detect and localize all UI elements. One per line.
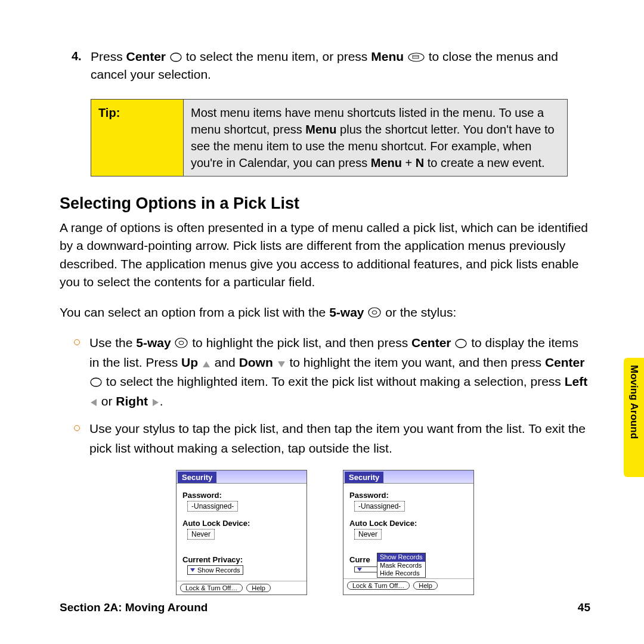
svg-point-7	[179, 341, 184, 345]
password-label: Password:	[349, 491, 467, 500]
menu-button-icon	[407, 49, 425, 63]
lock-turnoff-button[interactable]: Lock & Turn Off…	[347, 581, 410, 590]
bullet-1: Use the 5-way to highlight the pick list…	[78, 333, 590, 411]
svg-marker-12	[91, 399, 97, 406]
popup-item-show[interactable]: Show Records	[377, 553, 425, 561]
step-number: 4.	[72, 48, 82, 65]
five-way-icon	[367, 305, 382, 319]
five-way-icon	[174, 336, 188, 349]
svg-marker-10	[278, 361, 285, 367]
step4-text: Press Center to select the menu item, or…	[91, 49, 558, 81]
center-button-icon	[89, 374, 103, 388]
autolock-field[interactable]: Never	[187, 529, 215, 540]
paragraph-2: You can select an option from a pick lis…	[60, 304, 590, 321]
autolock-field[interactable]: Never	[354, 529, 382, 540]
screenshot-security-closed: Security Password: -Unassigned- Auto Loc…	[176, 470, 307, 595]
privacy-label: Current Privacy:	[182, 555, 301, 564]
side-tab: Moving Around	[624, 358, 644, 477]
up-arrow-icon	[202, 355, 211, 369]
help-button[interactable]: Help	[246, 584, 271, 592]
paragraph-1: A range of options is often presented in…	[60, 219, 590, 292]
screenshot-row: Security Password: -Unassigned- Auto Loc…	[60, 470, 590, 595]
lock-turnoff-button[interactable]: Lock & Turn Off…	[180, 584, 243, 592]
chevron-down-icon	[357, 568, 362, 571]
svg-point-8	[456, 339, 466, 348]
chevron-down-icon	[190, 568, 195, 572]
side-tab-label: Moving Around	[624, 358, 644, 446]
tip-label: Tip:	[91, 99, 184, 176]
bullet-2: Use your stylus to tap the pick list, an…	[78, 419, 590, 458]
tip-box: Tip: Most menu items have menu shortcuts…	[91, 99, 568, 177]
svg-point-5	[372, 311, 377, 314]
footer-section: Section 2A: Moving Around	[60, 601, 208, 614]
privacy-popup[interactable]: Show Records Mask Records Hide Records	[377, 553, 426, 578]
footer-page-number: 45	[578, 601, 590, 614]
svg-marker-9	[203, 361, 210, 367]
right-arrow-icon	[151, 394, 160, 408]
popup-item-mask[interactable]: Mask Records	[377, 562, 425, 569]
password-label: Password:	[182, 491, 301, 500]
page-footer: Section 2A: Moving Around 45	[60, 601, 590, 614]
svg-rect-2	[413, 55, 419, 58]
bullet-list: Use the 5-way to highlight the pick list…	[60, 333, 590, 458]
svg-point-0	[171, 53, 181, 61]
svg-point-1	[408, 53, 424, 61]
autolock-label: Auto Lock Device:	[182, 519, 301, 528]
down-arrow-icon	[277, 355, 286, 369]
popup-item-hide[interactable]: Hide Records	[377, 569, 425, 577]
tip-body: Most menu items have menu shortcuts list…	[184, 99, 568, 176]
center-button-icon	[454, 336, 467, 349]
screen-title: Security	[178, 472, 216, 483]
svg-point-6	[175, 338, 187, 348]
help-button[interactable]: Help	[413, 581, 438, 590]
section-heading: Selecting Options in a Pick List	[60, 194, 590, 213]
step-4: 4. Press Center to select the menu item,…	[60, 48, 590, 84]
autolock-label: Auto Lock Device:	[349, 519, 467, 528]
svg-point-11	[91, 378, 101, 386]
svg-marker-13	[153, 399, 159, 406]
password-field[interactable]: -Unassigned-	[354, 501, 405, 512]
password-field[interactable]: -Unassigned-	[187, 501, 238, 512]
center-button-icon	[169, 49, 182, 63]
screenshot-security-open: Security Password: -Unassigned- Auto Loc…	[343, 470, 474, 595]
left-arrow-icon	[89, 394, 98, 408]
svg-point-4	[369, 308, 380, 317]
privacy-picklist[interactable]: Show Records	[187, 565, 243, 575]
screen-title: Security	[345, 472, 383, 483]
